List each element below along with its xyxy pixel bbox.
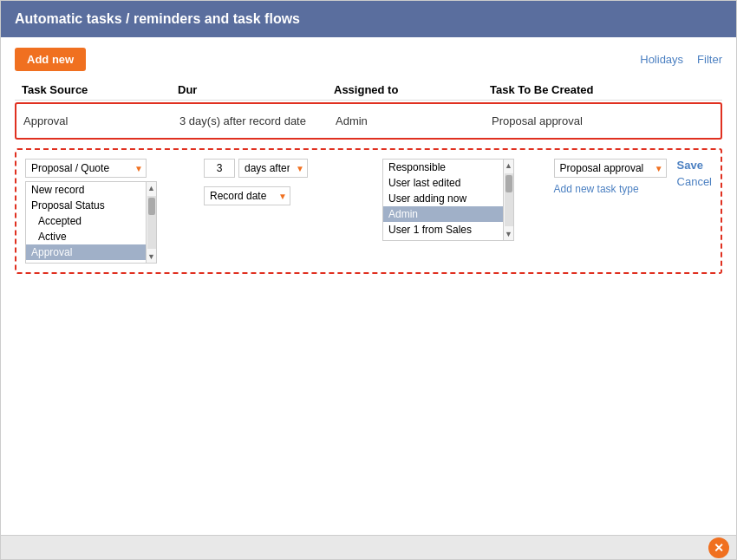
days-input[interactable] xyxy=(204,159,235,178)
toolbar: Add new Holidays Filter xyxy=(15,48,722,71)
cell-assigned-to: Admin xyxy=(336,114,492,127)
date-select-wrap: Record date Due date Close date ▼ xyxy=(204,186,290,205)
save-button[interactable]: Save xyxy=(677,159,712,172)
listbox-item-proposal-status[interactable]: Proposal Status xyxy=(26,198,146,213)
listbox-item-new-record[interactable]: New record xyxy=(26,182,146,198)
days-after-select-wrap: days after days before hours after ▼ xyxy=(238,159,308,178)
assigned-user-adding[interactable]: User adding now xyxy=(383,191,503,206)
add-new-button[interactable]: Add new xyxy=(15,48,86,71)
scroll-track xyxy=(147,196,156,249)
col-header-assigned-to: Assigned to xyxy=(334,83,490,96)
duration-column: days after days before hours after ▼ Rec xyxy=(204,159,377,205)
bottom-bar: ✕ xyxy=(1,535,736,559)
col-header-task-source: Task Source xyxy=(22,83,178,96)
assigned-admin[interactable]: Admin xyxy=(383,206,503,222)
assigned-listbox-scrollbar: ▲ ▼ xyxy=(504,159,514,241)
task-type-dropdown[interactable]: Proposal approval Follow up Call xyxy=(554,159,667,178)
task-type-section: Proposal approval Follow up Call ▼ Add n… xyxy=(554,159,667,195)
record-row[interactable]: Approval 3 day(s) after record date Admi… xyxy=(15,102,722,140)
source-column: Proposal / Quote New record Proposal Sta… xyxy=(25,159,199,264)
cancel-button[interactable]: Cancel xyxy=(677,175,712,188)
source-dropdown[interactable]: Proposal / Quote New record Proposal Sta… xyxy=(25,159,147,178)
assigned-user-last-edited[interactable]: User last edited xyxy=(383,175,503,191)
cell-dur: 3 day(s) after record date xyxy=(179,114,336,127)
toolbar-right: Holidays Filter xyxy=(640,53,722,66)
window-title: Automatic tasks / reminders and task flo… xyxy=(15,11,300,26)
add-task-type-link[interactable]: Add new task type xyxy=(554,183,667,195)
source-listbox-container: New record Proposal Status Accepted Acti… xyxy=(25,181,199,264)
source-listbox[interactable]: New record Proposal Status Accepted Acti… xyxy=(25,181,147,264)
save-cancel-section: Save Cancel xyxy=(677,159,712,188)
col-header-dur: Dur xyxy=(178,83,334,96)
task-type-dropdown-wrap: Proposal approval Follow up Call ▼ xyxy=(554,159,667,178)
edit-panel: Proposal / Quote New record Proposal Sta… xyxy=(15,148,722,274)
assigned-user1-sales[interactable]: User 1 from Sales xyxy=(383,222,503,238)
assigned-column: Responsible User last edited User adding… xyxy=(382,159,549,241)
assigned-scroll-up[interactable]: ▲ xyxy=(505,160,512,172)
assigned-listbox[interactable]: Responsible User last edited User adding… xyxy=(382,159,504,241)
col-header-task-created: Task To Be Created xyxy=(490,83,715,96)
table-header: Task Source Dur Assigned to Task To Be C… xyxy=(15,80,722,101)
scroll-up-arrow[interactable]: ▲ xyxy=(147,182,155,194)
task-type-save-column: Proposal approval Follow up Call ▼ Add n… xyxy=(554,159,712,195)
assigned-responsible[interactable]: Responsible xyxy=(383,160,503,175)
assigned-scroll-track xyxy=(505,173,513,226)
scroll-thumb xyxy=(148,198,155,215)
assigned-scroll-down[interactable]: ▼ xyxy=(505,228,512,240)
listbox-item-accepted[interactable]: Accepted xyxy=(26,213,146,229)
edit-columns: Proposal / Quote New record Proposal Sta… xyxy=(25,159,712,264)
listbox-item-approval[interactable]: Approval xyxy=(26,244,146,260)
close-button[interactable]: ✕ xyxy=(708,537,729,558)
days-after-dropdown[interactable]: days after days before hours after xyxy=(238,159,308,178)
assigned-scroll-thumb xyxy=(505,175,512,192)
content-area: Add new Holidays Filter Task Source Dur … xyxy=(1,37,736,535)
source-listbox-scrollbar: ▲ ▼ xyxy=(147,181,157,264)
listbox-item-active[interactable]: Active xyxy=(26,229,146,244)
task-type-select-wrap: Proposal approval Follow up Call ▼ xyxy=(554,159,667,178)
assigned-listbox-container: Responsible User last edited User adding… xyxy=(382,159,549,241)
filter-link[interactable]: Filter xyxy=(697,53,722,66)
holidays-link[interactable]: Holidays xyxy=(640,53,683,66)
close-icon: ✕ xyxy=(714,541,724,555)
cell-task-source: Approval xyxy=(23,114,179,127)
source-select-wrap: Proposal / Quote New record Proposal Sta… xyxy=(25,159,147,178)
date-dropdown[interactable]: Record date Due date Close date xyxy=(204,186,290,205)
title-bar: Automatic tasks / reminders and task flo… xyxy=(1,1,736,37)
scroll-down-arrow[interactable]: ▼ xyxy=(147,251,155,263)
main-window: Automatic tasks / reminders and task flo… xyxy=(0,0,737,560)
cell-task-created: Proposal approval xyxy=(492,114,714,127)
